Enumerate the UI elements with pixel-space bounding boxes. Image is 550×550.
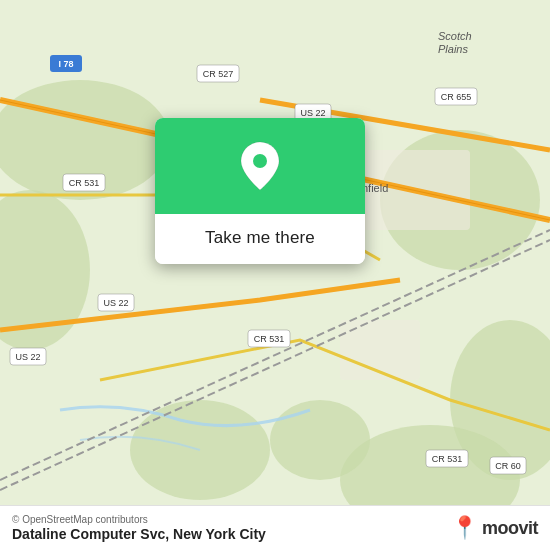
take-me-there-button[interactable]: Take me there — [205, 228, 315, 248]
moovit-logo: 📍 moovit — [451, 517, 538, 539]
svg-text:US 22: US 22 — [103, 298, 128, 308]
location-pin-icon — [238, 140, 282, 192]
svg-text:nfield: nfield — [362, 182, 388, 194]
popup-green-area — [155, 118, 365, 214]
map-background: I 78 CR 527 US 22 CR 655 CR 531 US 22 US… — [0, 0, 550, 550]
bottom-bar: © OpenStreetMap contributors Dataline Co… — [0, 505, 550, 550]
bottom-left-info: © OpenStreetMap contributors Dataline Co… — [12, 514, 266, 542]
svg-text:Plains: Plains — [438, 43, 468, 55]
svg-text:CR 531: CR 531 — [254, 334, 285, 344]
svg-text:US 22: US 22 — [300, 108, 325, 118]
moovit-brand-text: moovit — [482, 518, 538, 539]
svg-text:US 22: US 22 — [15, 352, 40, 362]
svg-text:Scotch: Scotch — [438, 30, 472, 42]
svg-text:I 78: I 78 — [58, 59, 73, 69]
map-container: I 78 CR 527 US 22 CR 655 CR 531 US 22 US… — [0, 0, 550, 550]
svg-point-33 — [253, 154, 267, 168]
svg-text:CR 531: CR 531 — [432, 454, 463, 464]
popup-card: Take me there — [155, 118, 365, 264]
moovit-pin-icon: 📍 — [451, 517, 478, 539]
svg-text:CR 527: CR 527 — [203, 69, 234, 79]
svg-text:CR 655: CR 655 — [441, 92, 472, 102]
svg-text:CR 531: CR 531 — [69, 178, 100, 188]
svg-point-7 — [270, 400, 370, 480]
location-name: Dataline Computer Svc, New York City — [12, 526, 266, 542]
svg-text:CR 60: CR 60 — [495, 461, 521, 471]
popup-button-area[interactable]: Take me there — [155, 214, 365, 264]
osm-credit: © OpenStreetMap contributors — [12, 514, 266, 525]
